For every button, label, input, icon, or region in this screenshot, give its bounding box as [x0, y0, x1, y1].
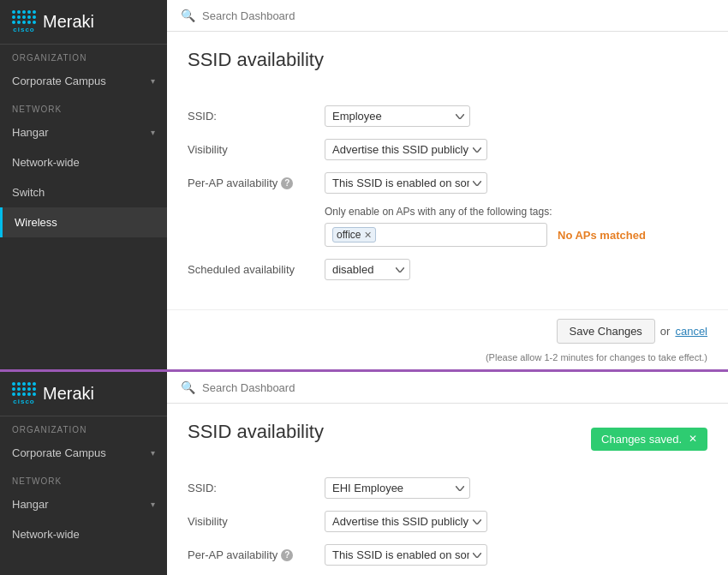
ssid-label: SSID: [188, 110, 325, 123]
sidebar-item-network-wide-2[interactable]: Network-wide [0, 519, 167, 549]
search-input[interactable] [202, 9, 714, 22]
sidebar-item-network-wide[interactable]: Network-wide [0, 147, 167, 177]
or-text: or [660, 325, 671, 338]
logo-area: cisco Meraki [0, 0, 167, 45]
cisco-logo-2: cisco [12, 382, 36, 405]
org-section-label-2: ORGANIZATION [0, 416, 167, 438]
visibility-select-2[interactable]: Advertise this SSID publicly [325, 511, 487, 532]
chevron-down-icon-3: ▾ [151, 500, 155, 509]
network-name: Hangar [12, 126, 49, 139]
scheduled-row: Scheduled availability disabled [188, 259, 707, 280]
page-title-2: SSID availability [188, 421, 324, 443]
cancel-link[interactable]: cancel [675, 325, 707, 338]
main-panel1: 🔍 SSID availability SSID: Employee Visib… [167, 0, 728, 369]
perap-select[interactable]: This SSID is enabled on some APs... [325, 172, 487, 194]
visibility-label: Visibility [188, 143, 325, 156]
aps-status[interactable]: No APs matched [558, 229, 646, 242]
page-title: SSID availability [188, 49, 324, 71]
network-name-2: Hangar [12, 498, 49, 511]
scheduled-select[interactable]: disabled [325, 259, 410, 280]
search-icon: 🔍 [181, 9, 195, 22]
org-name: Corporate Campus [12, 75, 106, 87]
info-icon[interactable]: ? [281, 177, 293, 189]
sidebar-item-corporate-campus[interactable]: Corporate Campus ▾ [0, 66, 167, 96]
logo-area-2: cisco Meraki [0, 372, 167, 416]
main-panel2: 🔍 SSID availability Changes saved. ✕ SSI… [167, 372, 728, 575]
tags-label: Only enable on APs with any of the follo… [325, 206, 707, 218]
chevron-down-icon: ▾ [151, 128, 155, 137]
perap-label: Per-AP availability ? [188, 177, 325, 189]
close-icon[interactable]: ✕ [689, 433, 697, 445]
tag-remove-icon[interactable]: ✕ [364, 230, 372, 241]
visibility-row: Visibility Advertise this SSID publicly [188, 139, 707, 160]
cisco-logo: cisco [12, 10, 36, 33]
tag-office: office ✕ [332, 227, 376, 243]
changes-saved-text: Changes saved. [601, 433, 682, 446]
scheduled-label: Scheduled availability [188, 263, 325, 276]
org-section-label: ORGANIZATION [0, 45, 167, 66]
sidebar-panel1: cisco Meraki ORGANIZATION Corporate Camp… [0, 0, 167, 369]
ssid-row-2: SSID: EHI Employee [188, 477, 707, 499]
visibility-label-2: Visibility [188, 515, 325, 528]
sidebar-item-hangar-2[interactable]: Hangar ▾ [0, 489, 167, 519]
save-button[interactable]: Save Changes [557, 319, 655, 344]
ssid-label-2: SSID: [188, 482, 325, 494]
sidebar-item-wireless[interactable]: Wireless [0, 207, 167, 237]
info-icon-2[interactable]: ? [281, 549, 293, 561]
tags-input[interactable]: office ✕ [325, 223, 547, 247]
cisco-text: cisco [13, 26, 34, 33]
ssid-select[interactable]: Employee [325, 105, 470, 127]
sidebar-item-hangar[interactable]: Hangar ▾ [0, 117, 167, 147]
tags-section: Only enable on APs with any of the follo… [325, 206, 707, 247]
search-icon-2: 🔍 [181, 380, 195, 394]
chevron-down-icon-2: ▾ [151, 448, 155, 458]
meraki-brand-2: Meraki [43, 384, 94, 404]
tag-label: office [337, 229, 361, 241]
network-section-label-2: NETWORK [0, 468, 167, 489]
search-bar: 🔍 [167, 0, 728, 32]
visibility-select[interactable]: Advertise this SSID publicly [325, 139, 487, 160]
cisco-text-2: cisco [13, 398, 34, 405]
ssid-select-2[interactable]: EHI Employee [325, 477, 470, 499]
perap-select-2[interactable]: This SSID is enabled on some APs... [325, 544, 487, 566]
org-name-2: Corporate Campus [12, 446, 106, 459]
save-note: (Please allow 1-2 minutes for changes to… [167, 352, 728, 369]
changes-saved-banner: Changes saved. ✕ [591, 428, 707, 451]
perap-label-2: Per-AP availability ? [188, 548, 325, 561]
ssid-row: SSID: Employee [188, 105, 707, 127]
sidebar-item-corporate-campus-2[interactable]: Corporate Campus ▾ [0, 438, 167, 468]
search-bar-2: 🔍 [167, 372, 728, 404]
meraki-brand: Meraki [43, 12, 94, 32]
chevron-down-icon: ▾ [151, 76, 155, 86]
visibility-row-2: Visibility Advertise this SSID publicly [188, 511, 707, 532]
perap-row-2: Per-AP availability ? This SSID is enabl… [188, 544, 707, 566]
sidebar-item-switch[interactable]: Switch [0, 177, 167, 207]
form-actions: Save Changes or cancel [167, 309, 728, 352]
sidebar-panel2: cisco Meraki ORGANIZATION Corporate Camp… [0, 372, 167, 575]
search-input-2[interactable] [202, 381, 714, 394]
network-section-label: NETWORK [0, 96, 167, 117]
perap-row: Per-AP availability ? This SSID is enabl… [188, 172, 707, 194]
